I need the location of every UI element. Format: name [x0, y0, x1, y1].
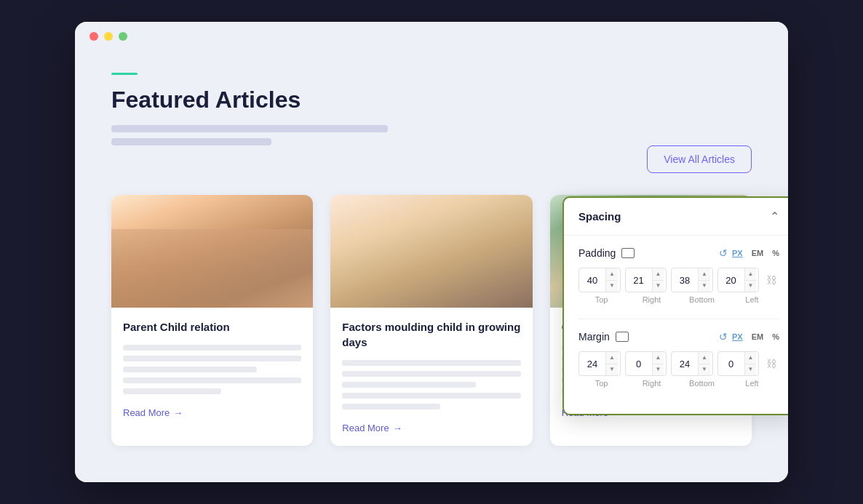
margin-right-increment[interactable]: ▲ — [653, 352, 664, 364]
padding-top-label: Top — [578, 295, 624, 304]
margin-left-spinners: ▲ ▼ — [744, 352, 757, 375]
desc-line-1 — [111, 125, 388, 132]
card-line — [342, 404, 440, 409]
browser-content: Featured Articles View All Articles Pare… — [75, 51, 788, 482]
padding-bottom-input[interactable] — [672, 275, 698, 286]
margin-bottom-input-wrap: ▲ ▼ — [671, 351, 713, 376]
padding-label: Padding — [578, 247, 635, 259]
padding-left-label: Left — [729, 295, 775, 304]
margin-right-spinners: ▲ ▼ — [652, 352, 664, 375]
padding-label-text: Padding — [578, 247, 616, 259]
margin-label-text: Margin — [578, 331, 610, 343]
margin-section: Margin ↺ PX EM % — [578, 331, 779, 388]
padding-link-button[interactable]: ⛓ — [763, 271, 779, 289]
margin-left-decrement[interactable]: ▼ — [745, 364, 757, 376]
margin-unit-percent[interactable]: % — [772, 332, 779, 341]
padding-right-label: Right — [629, 295, 675, 304]
panel-collapse-button[interactable]: ⌃ — [770, 209, 779, 223]
read-more-link-1[interactable]: Read More — [123, 407, 183, 418]
browser-dot-red[interactable] — [90, 32, 98, 41]
page-title: Featured Articles — [111, 87, 752, 113]
panel-body: Padding ↺ PX EM % — [564, 236, 788, 414]
margin-top-input-wrap: ▲ ▼ — [578, 351, 621, 376]
margin-left-label: Left — [729, 379, 775, 388]
margin-value-row: ▲ ▼ ▲ ▼ — [578, 351, 779, 376]
padding-unit-px[interactable]: PX — [732, 249, 743, 257]
card-line — [342, 360, 520, 366]
margin-bottom-input[interactable] — [672, 359, 698, 369]
margin-label-row: Margin ↺ PX EM % — [578, 331, 779, 343]
card-line — [123, 367, 257, 372]
padding-bottom-increment[interactable]: ▲ — [699, 268, 710, 281]
padding-unit-controls: ↺ PX EM % — [719, 247, 779, 259]
margin-bottom-decrement[interactable]: ▼ — [699, 364, 710, 376]
padding-value-row: ▲ ▼ ▲ ▼ — [578, 268, 779, 292]
margin-reset-button[interactable]: ↺ — [719, 331, 728, 343]
card-line — [342, 382, 476, 388]
padding-bottom-decrement[interactable]: ▼ — [699, 281, 710, 292]
card-body-1: Parent Child relation Read More — [111, 308, 313, 431]
card-line — [123, 345, 301, 351]
padding-left-decrement[interactable]: ▼ — [745, 281, 757, 292]
margin-bottom-increment[interactable]: ▲ — [699, 352, 710, 364]
padding-bottom-input-wrap: ▲ ▼ — [671, 268, 713, 292]
article-image-1 — [111, 195, 313, 308]
margin-unit-px[interactable]: PX — [732, 332, 743, 341]
read-more-link-2[interactable]: Read More — [342, 423, 402, 433]
padding-right-increment[interactable]: ▲ — [653, 268, 664, 281]
margin-bottom-spinners: ▲ ▼ — [698, 352, 710, 375]
monitor-icon-padding[interactable] — [621, 248, 635, 258]
header-row: View All Articles — [111, 145, 752, 173]
browser-toolbar — [75, 22, 788, 51]
padding-top-spinners: ▲ ▼ — [605, 268, 618, 292]
margin-left-input-wrap: ▲ ▼ — [717, 351, 760, 376]
article-image-2 — [330, 195, 532, 308]
card-line — [123, 377, 301, 383]
margin-top-spinners: ▲ ▼ — [605, 352, 618, 375]
margin-label: Margin — [578, 331, 629, 343]
margin-top-input[interactable] — [579, 359, 605, 369]
margin-field-labels: Top Right Bottom Left — [578, 379, 779, 388]
padding-bottom-label: Bottom — [679, 295, 725, 304]
margin-unit-em[interactable]: EM — [752, 332, 764, 341]
margin-top-increment[interactable]: ▲ — [606, 352, 618, 364]
padding-right-decrement[interactable]: ▼ — [653, 281, 664, 292]
padding-right-spinners: ▲ ▼ — [652, 268, 664, 292]
margin-link-button[interactable]: ⛓ — [763, 355, 779, 372]
margin-left-increment[interactable]: ▲ — [745, 352, 757, 364]
browser-dot-yellow[interactable] — [104, 32, 113, 41]
accent-line — [111, 73, 138, 75]
browser-dot-green[interactable] — [119, 32, 127, 41]
padding-section: Padding ↺ PX EM % — [578, 247, 779, 304]
card-line — [123, 356, 301, 361]
margin-right-decrement[interactable]: ▼ — [653, 364, 664, 376]
card-line — [342, 371, 520, 377]
panel-header: Spacing ⌃ — [564, 198, 788, 236]
margin-left-input[interactable] — [718, 359, 744, 369]
padding-unit-em[interactable]: EM — [752, 249, 764, 257]
card-lines-1 — [123, 345, 301, 394]
padding-unit-percent[interactable]: % — [772, 249, 779, 257]
padding-top-decrement[interactable]: ▼ — [606, 281, 618, 292]
margin-top-decrement[interactable]: ▼ — [606, 364, 618, 376]
padding-top-increment[interactable]: ▲ — [606, 268, 618, 281]
padding-label-row: Padding ↺ PX EM % — [578, 247, 779, 259]
padding-right-input[interactable] — [626, 275, 652, 286]
card-lines-2 — [342, 360, 520, 409]
browser-window: Featured Articles View All Articles Pare… — [75, 22, 788, 482]
padding-left-input[interactable] — [718, 275, 744, 286]
padding-reset-button[interactable]: ↺ — [719, 247, 728, 259]
margin-bottom-label: Bottom — [679, 379, 725, 388]
panel-title: Spacing — [578, 210, 621, 223]
card-title-2: Factors moulding child in growing days — [342, 319, 520, 350]
monitor-icon-margin[interactable] — [616, 332, 629, 342]
margin-right-input[interactable] — [626, 359, 652, 369]
description-lines — [111, 125, 752, 145]
margin-right-label: Right — [629, 379, 675, 388]
padding-left-increment[interactable]: ▲ — [745, 268, 757, 281]
view-all-articles-button[interactable]: View All Articles — [647, 145, 752, 173]
desc-line-2 — [111, 138, 271, 145]
padding-top-input[interactable] — [579, 275, 605, 286]
margin-top-label: Top — [578, 379, 624, 388]
article-card-1: Parent Child relation Read More — [111, 195, 313, 446]
